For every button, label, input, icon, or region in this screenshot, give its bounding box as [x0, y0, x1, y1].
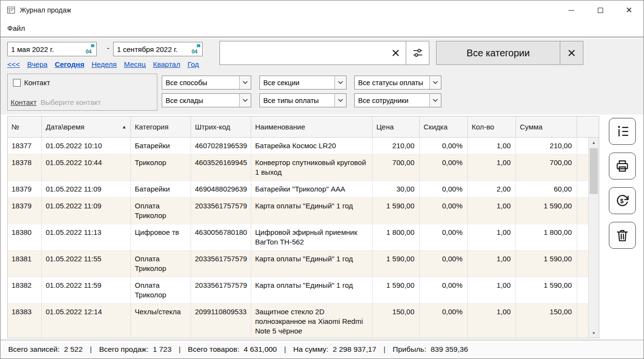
table-cell: 0,00% [420, 181, 468, 198]
chevron-down-icon [243, 81, 248, 84]
table-row[interactable]: 1837801.05.2022 10:44Триколор46035261699… [8, 154, 599, 181]
scroll-down-icon: ▼ [592, 331, 596, 335]
column-header-name[interactable]: Наименование [251, 116, 373, 137]
date-to-field[interactable]: 1 сентября 2022 г. 04 [113, 42, 203, 56]
quick-link[interactable]: Месяц [124, 60, 146, 68]
scrollbar-thumb[interactable] [590, 148, 598, 194]
dropdown-button[interactable] [239, 76, 251, 89]
table-row[interactable]: 1837901.05.2022 11:09Батарейки4690488029… [8, 181, 599, 198]
scroll-down-button[interactable]: ▼ [589, 328, 599, 338]
table-cell: 30,00 [373, 181, 420, 198]
column-header-datetime[interactable]: Дата\время ▲ [42, 116, 131, 137]
table-cell: Цифровое тв [131, 224, 191, 251]
table-row[interactable]: 1837701.05.2022 10:10Батарейки4607028196… [8, 138, 599, 154]
column-header-number[interactable]: № [8, 116, 42, 137]
table-cell: 1 590,00 [516, 251, 577, 277]
table-row[interactable]: 1838301.05.2022 12:14Чехлы/стекла2099110… [8, 304, 599, 338]
table-row[interactable]: 1838101.05.2022 11:55Оплата Триколор2033… [8, 251, 599, 277]
dropdown-sections[interactable]: Все секции [259, 76, 347, 90]
table-cell: 01.05.2022 11:13 [42, 224, 131, 251]
minimize-button[interactable] [557, 0, 586, 20]
category-filter-button[interactable]: Все категории [436, 41, 560, 65]
table-cell: 1 590,00 [373, 277, 420, 304]
table-body: 1837701.05.2022 10:10Батарейки4607028196… [8, 138, 599, 338]
filter-settings-button[interactable] [406, 41, 429, 65]
print-button[interactable] [609, 153, 636, 180]
table-cell: 0,00% [420, 198, 468, 224]
quick-link[interactable]: Сегодня [55, 60, 85, 68]
table-header: № Дата\время ▲ Категория Штрих-код Наиме… [8, 116, 599, 138]
dropdown-warehouses[interactable]: Все склады [162, 93, 251, 107]
category-clear-button[interactable]: × [560, 41, 583, 65]
column-header-quantity[interactable]: Кол-во [468, 116, 516, 137]
table-cell: 4690488029639 [191, 181, 251, 198]
maximize-button[interactable] [586, 0, 615, 20]
dropdown-button[interactable] [335, 94, 346, 107]
dropdown-payment-methods[interactable]: Все способы [162, 76, 251, 90]
scroll-up-button[interactable]: ▲ [589, 138, 599, 147]
table-row[interactable]: 1837901.05.2022 11:09Оплата Триколор2033… [8, 198, 599, 224]
column-header-price[interactable]: Цена [373, 116, 420, 137]
window-controls: × [557, 0, 644, 20]
column-header-category[interactable]: Категория [131, 116, 191, 137]
status-value: 839 359,36 [431, 345, 468, 354]
dropdown-button[interactable] [429, 76, 441, 89]
calendar-icon-day: 04 [192, 49, 197, 54]
dropdown-button[interactable] [429, 94, 441, 107]
quick-link[interactable]: Вчера [27, 60, 47, 68]
status-value: 4 631,000 [244, 345, 277, 354]
dropdown-payment-statuses[interactable]: Все статусы оплаты [354, 76, 441, 90]
close-button[interactable]: × [615, 0, 644, 20]
vertical-scrollbar[interactable]: ▲ ▼ [588, 138, 599, 338]
dropdown-payment-types[interactable]: Все типы оплаты [259, 93, 347, 107]
dropdown-employees[interactable]: Все сотрудники [354, 93, 441, 107]
dropdown-button[interactable] [335, 76, 346, 89]
status-label: Всего записей: [8, 345, 60, 354]
contact-link[interactable]: Контакт [11, 98, 37, 106]
table-cell: 1,00 [468, 277, 516, 304]
table-cell: 01.05.2022 11:09 [42, 181, 131, 198]
table-cell: Батарейки "Триколор" AAA [251, 181, 373, 198]
calendar-icon[interactable]: 04 [86, 44, 95, 54]
calendar-icon-day: 04 [86, 49, 91, 54]
sort-asc-icon: ▲ [122, 124, 127, 129]
scrollbar-track[interactable] [589, 147, 599, 328]
column-header-sum[interactable]: Сумма [516, 116, 577, 137]
table-cell: 2033561757579 [191, 251, 251, 277]
table-cell: 700,00 [373, 154, 420, 181]
status-separator: | [179, 345, 180, 354]
table-cell: 1 800,00 [516, 224, 577, 251]
table-row[interactable]: 1838001.05.2022 11:13Цифровое тв46300567… [8, 224, 599, 251]
quick-link[interactable]: <<< [7, 60, 20, 68]
date-from-field[interactable]: 1 мая 2022 г. 04 [7, 42, 97, 56]
table-cell: 0,00% [420, 154, 468, 181]
filter-panel: 1 мая 2022 г. 04 - 1 сентября 2022 г. 04… [0, 38, 644, 115]
table-cell: Карта оплаты "Единый" 1 год [251, 251, 373, 277]
quick-link[interactable]: Год [187, 60, 199, 68]
search-input[interactable] [220, 41, 386, 64]
quick-link[interactable]: Квартал [153, 60, 180, 68]
table-cell: 18379 [8, 198, 42, 224]
table-cell: 18382 [8, 277, 42, 304]
table-cell: Оплата Триколор [131, 251, 191, 277]
table-row[interactable]: 1838201.05.2022 11:59Оплата Триколор2033… [8, 277, 599, 304]
menu-file[interactable]: Файл [7, 24, 25, 32]
column-header-barcode[interactable]: Штрих-код [191, 116, 251, 137]
contact-checkbox[interactable]: Контакт [13, 78, 50, 87]
quick-link[interactable]: Неделя [91, 60, 116, 68]
delete-button[interactable] [609, 222, 636, 249]
status-label: Всего продаж: [99, 345, 149, 354]
status-value: 1 723 [153, 345, 171, 354]
table-cell: 0,00% [420, 304, 468, 338]
dropdown-button[interactable] [239, 94, 251, 107]
table-cell: 18377 [8, 138, 42, 154]
status-value: 2 522 [64, 345, 83, 354]
table-cell: 0,00% [420, 224, 468, 251]
calendar-icon[interactable]: 04 [192, 44, 201, 54]
refund-button[interactable]: $ [609, 187, 636, 214]
contact-placeholder: Выберите контакт [40, 98, 101, 106]
column-header-discount[interactable]: Скидка [420, 116, 468, 137]
search-clear-icon[interactable]: × [386, 46, 406, 60]
details-button[interactable] [609, 118, 636, 145]
table-cell: 18380 [8, 224, 42, 251]
